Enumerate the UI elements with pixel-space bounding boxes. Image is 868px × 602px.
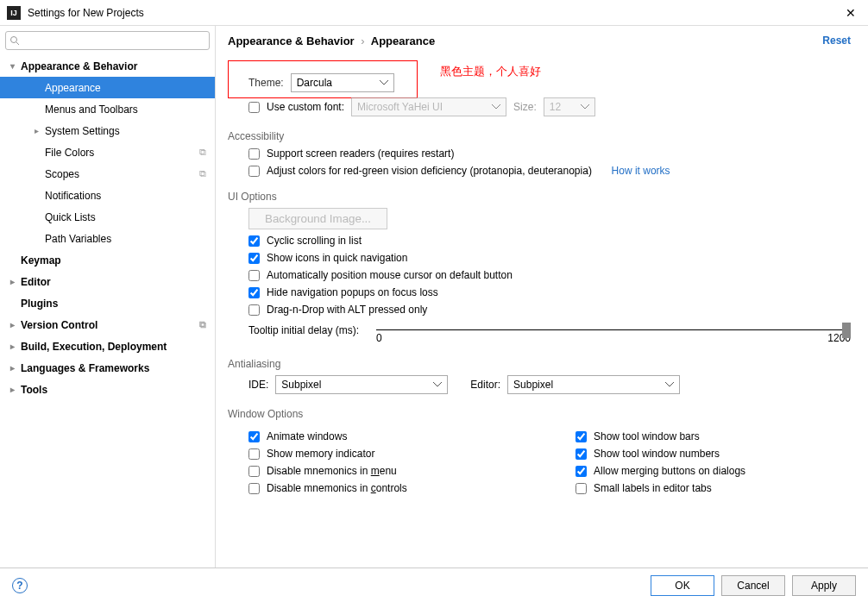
search-input[interactable] bbox=[20, 34, 205, 47]
sidebar-item-lang-frameworks[interactable]: Languages & Frameworks bbox=[0, 357, 215, 379]
sidebar-item-keymap[interactable]: Keymap bbox=[0, 249, 215, 271]
tool-numbers-label: Show tool window numbers bbox=[594, 448, 720, 460]
chevron-icon bbox=[10, 277, 21, 286]
svg-point-0 bbox=[11, 37, 17, 43]
ok-button[interactable]: OK bbox=[651, 575, 714, 596]
sidebar-item-scopes[interactable]: Scopes⧉ bbox=[0, 163, 215, 185]
sidebar-item-tools[interactable]: Tools bbox=[0, 379, 215, 400]
aa-editor-label: Editor: bbox=[470, 379, 500, 391]
sidebar-item-menus-toolbars[interactable]: Menus and Toolbars bbox=[0, 98, 215, 120]
tool-numbers-checkbox[interactable] bbox=[576, 448, 587, 460]
reset-link[interactable]: Reset bbox=[822, 34, 851, 47]
svg-line-1 bbox=[16, 42, 19, 45]
screen-readers-label: Support screen readers (requires restart… bbox=[267, 147, 454, 160]
slider-min: 0 bbox=[376, 332, 382, 344]
chevron-icon bbox=[10, 320, 21, 329]
icons-nav-checkbox[interactable] bbox=[248, 253, 260, 264]
auto-cursor-checkbox[interactable] bbox=[248, 270, 260, 281]
sidebar-item-system-settings[interactable]: System Settings bbox=[0, 120, 215, 141]
sidebar-item-plugins[interactable]: Plugins bbox=[0, 292, 215, 314]
titlebar: IJ Settings for New Projects ✕ bbox=[0, 0, 868, 26]
search-icon bbox=[9, 35, 20, 46]
dnd-alt-label: Drag-n-Drop with ALT pressed only bbox=[267, 304, 427, 316]
font-size-select[interactable]: 12 bbox=[544, 97, 595, 116]
memory-indicator-label: Show memory indicator bbox=[267, 448, 374, 460]
disable-mnemonics-controls-label: Disable mnemonics in controls bbox=[267, 482, 407, 494]
color-deficiency-checkbox[interactable] bbox=[248, 166, 260, 177]
sidebar-item-label: Menus and Toolbars bbox=[45, 103, 138, 116]
hide-popups-checkbox[interactable] bbox=[248, 287, 260, 298]
sidebar-item-label: Keymap bbox=[21, 254, 61, 267]
animate-windows-label: Animate windows bbox=[267, 430, 347, 442]
custom-font-select[interactable]: Microsoft YaHei UI bbox=[351, 97, 506, 116]
chevron-icon bbox=[10, 61, 21, 71]
breadcrumb-leaf: Appearance bbox=[371, 34, 435, 47]
screen-readers-checkbox[interactable] bbox=[248, 148, 260, 160]
tooltip-delay-label: Tooltip initial delay (ms): bbox=[248, 324, 359, 336]
copy-icon: ⧉ bbox=[199, 147, 206, 158]
ui-options-title: UI Options bbox=[228, 191, 851, 203]
sidebar-item-appearance[interactable]: Appearance bbox=[0, 77, 215, 98]
sidebar-item-label: Appearance bbox=[45, 82, 101, 94]
sidebar-item-label: Notifications bbox=[45, 190, 101, 202]
icons-nav-label: Show icons in quick navigation bbox=[267, 252, 407, 264]
background-image-button: Background Image... bbox=[248, 208, 387, 229]
memory-indicator-checkbox[interactable] bbox=[248, 448, 260, 460]
aa-ide-select[interactable]: Subpixel bbox=[275, 375, 448, 394]
sidebar-item-notifications[interactable]: Notifications bbox=[0, 185, 215, 206]
dialog-footer: ? OK Cancel Apply bbox=[0, 568, 868, 602]
settings-tree: Appearance & BehaviorAppearanceMenus and… bbox=[0, 55, 215, 568]
merge-buttons-checkbox[interactable] bbox=[576, 466, 587, 477]
dnd-alt-checkbox[interactable] bbox=[248, 304, 260, 316]
sidebar-item-label: Plugins bbox=[21, 298, 58, 310]
tooltip-delay-slider[interactable]: 01200 bbox=[376, 324, 851, 344]
disable-mnemonics-menu-checkbox[interactable] bbox=[248, 466, 260, 477]
app-icon: IJ bbox=[7, 6, 21, 20]
annotation-box bbox=[228, 60, 418, 98]
sidebar-item-file-colors[interactable]: File Colors⧉ bbox=[0, 141, 215, 163]
custom-font-label: Use custom font: bbox=[267, 101, 344, 113]
how-it-works-link[interactable]: How it works bbox=[612, 165, 670, 177]
disable-mnemonics-menu-label: Disable mnemonics in menu bbox=[267, 465, 397, 477]
tool-bars-checkbox[interactable] bbox=[576, 431, 587, 442]
sidebar-item-appearance-behavior[interactable]: Appearance & Behavior bbox=[0, 55, 215, 77]
aa-ide-label: IDE: bbox=[248, 379, 268, 391]
sidebar-item-editor[interactable]: Editor bbox=[0, 271, 215, 292]
animate-windows-checkbox[interactable] bbox=[248, 431, 260, 442]
custom-font-checkbox[interactable] bbox=[248, 102, 260, 113]
sidebar-item-label: Languages & Frameworks bbox=[21, 362, 149, 374]
sidebar-item-label: Editor bbox=[21, 276, 51, 288]
chevron-right-icon: › bbox=[361, 34, 364, 47]
search-box[interactable] bbox=[5, 31, 210, 50]
disable-mnemonics-controls-checkbox[interactable] bbox=[248, 483, 260, 494]
auto-cursor-label: Automatically position mouse cursor on d… bbox=[267, 269, 513, 281]
sidebar: Appearance & BehaviorAppearanceMenus and… bbox=[0, 26, 216, 568]
accessibility-title: Accessibility bbox=[228, 130, 851, 142]
sidebar-item-build-exec-deploy[interactable]: Build, Execution, Deployment bbox=[0, 335, 215, 357]
slider-handle-icon[interactable] bbox=[842, 323, 851, 338]
aa-editor-select[interactable]: Subpixel bbox=[507, 375, 680, 394]
sidebar-item-label: Tools bbox=[21, 384, 47, 396]
sidebar-item-version-control[interactable]: Version Control⧉ bbox=[0, 314, 215, 335]
help-icon[interactable]: ? bbox=[12, 578, 28, 593]
antialiasing-title: Antialiasing bbox=[228, 358, 851, 370]
content-pane: Appearance & Behavior › Appearance Reset… bbox=[216, 26, 868, 568]
sidebar-item-label: Path Variables bbox=[45, 233, 111, 245]
sidebar-item-label: Build, Execution, Deployment bbox=[21, 341, 167, 353]
breadcrumb-root: Appearance & Behavior bbox=[228, 34, 355, 47]
cancel-button[interactable]: Cancel bbox=[721, 575, 785, 596]
sidebar-item-label: File Colors bbox=[45, 147, 94, 159]
window-title: Settings for New Projects bbox=[28, 7, 840, 19]
annotation-text: 黑色主题，个人喜好 bbox=[440, 64, 541, 79]
sidebar-item-label: Appearance & Behavior bbox=[21, 60, 137, 72]
sidebar-item-quick-lists[interactable]: Quick Lists bbox=[0, 206, 215, 228]
color-deficiency-label: Adjust colors for red-green vision defic… bbox=[267, 165, 592, 177]
small-labels-label: Small labels in editor tabs bbox=[594, 482, 712, 494]
chevron-icon bbox=[35, 126, 45, 135]
close-icon[interactable]: ✕ bbox=[840, 6, 861, 20]
cyclic-scroll-checkbox[interactable] bbox=[248, 235, 260, 247]
sidebar-item-path-variables[interactable]: Path Variables bbox=[0, 228, 215, 249]
small-labels-checkbox[interactable] bbox=[576, 483, 587, 494]
apply-button[interactable]: Apply bbox=[792, 575, 856, 596]
merge-buttons-label: Allow merging buttons on dialogs bbox=[594, 465, 745, 477]
